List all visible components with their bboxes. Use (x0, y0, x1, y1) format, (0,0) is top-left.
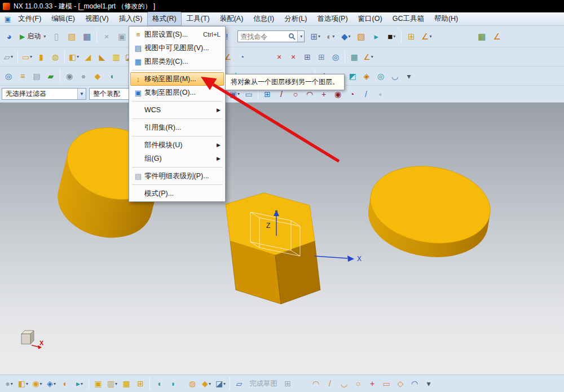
chevron-down-icon[interactable]: ▼ (77, 89, 86, 99)
revolve-icon[interactable]: ◍ (49, 50, 62, 64)
more-tools-icon[interactable]: ▾ (422, 377, 435, 390)
sphere-tool-icon[interactable]: ● (77, 69, 90, 83)
snap-midline-icon[interactable]: / (359, 87, 373, 101)
menu-item-部件模块(U)[interactable]: 部件模块(U)▶ (130, 138, 224, 152)
menu-item-零件明细表级别(P)...[interactable]: ▤零件明细表级别(P)... (130, 169, 224, 183)
open-file-icon[interactable]: ▨ (64, 29, 79, 44)
menu-窗口(O)[interactable]: 窗口(O) (353, 12, 387, 26)
copy-icon[interactable]: ▣ (114, 29, 129, 44)
wave-geometry-icon[interactable]: ▸▾ (73, 377, 86, 390)
cylinder-right-solid[interactable] (363, 158, 496, 266)
sequence-icon[interactable]: ◍ (186, 377, 199, 390)
hex-prism-solid[interactable] (226, 193, 320, 304)
datum-grid-icon[interactable]: ▦ (347, 50, 361, 64)
remember-constraints-icon[interactable]: ◐ (59, 377, 72, 390)
snap-midpoint-icon[interactable]: ◦ (373, 87, 387, 101)
delete-icon[interactable]: × (272, 50, 286, 64)
suppress-component-icon[interactable]: ▦ (120, 377, 133, 390)
menu-item-组(G)[interactable]: 组(G)▶ (130, 152, 224, 165)
render-style-icon[interactable]: ◐▾ (323, 29, 338, 44)
menu-文件(F)[interactable]: 文件(F) (13, 12, 46, 26)
point-tool-icon[interactable]: + (365, 377, 379, 390)
intersect-curve-icon[interactable]: ◈ (360, 69, 373, 83)
snap-quadrant-icon[interactable]: ◔ (345, 87, 359, 101)
add-component-icon[interactable]: ◉▾ (30, 377, 44, 390)
true-shading-icon[interactable]: ▧ (354, 29, 368, 44)
menu-工具(T)[interactable]: 工具(T) (182, 12, 215, 26)
snap-ball-icon[interactable]: ●▾ (2, 377, 16, 390)
shell-icon[interactable]: ▥ (109, 50, 123, 64)
sketch-grid-icon[interactable]: ⊞ (281, 377, 294, 390)
snapshot-icon[interactable]: ◎ (329, 50, 342, 64)
sheets-icon[interactable]: ▤ (30, 69, 43, 83)
assembly-constraints-icon[interactable]: ◈▾ (45, 377, 58, 390)
graphics-viewport[interactable]: Z X X (0, 103, 564, 375)
analysis-icon[interactable]: ◔ (235, 50, 249, 64)
arc-tool-icon[interactable]: ◡ (337, 377, 351, 390)
profile-icon[interactable]: ◠ (309, 377, 323, 390)
pencil-icon[interactable]: ▰ (44, 69, 58, 83)
search-icon[interactable] (289, 33, 294, 38)
studio-spline-icon[interactable]: ◠ (408, 377, 421, 390)
role-icon[interactable]: ◕ (2, 29, 16, 44)
menu-信息(I)[interactable]: 信息(I) (248, 12, 279, 26)
window-icon[interactable]: ⊞ (301, 50, 314, 64)
move-object-icon[interactable]: ⊞ (404, 29, 418, 44)
delete-alt-icon[interactable]: × (287, 50, 300, 64)
exploded-views-icon[interactable]: ⊞ (134, 377, 147, 390)
menu-格式(R)[interactable]: 格式(R) (147, 12, 181, 26)
selection-filter-combo[interactable]: 无选择过滤器 ▼ (2, 88, 86, 100)
finish-sketch-icon[interactable]: ▱ (232, 377, 246, 390)
menu-视图(V)[interactable]: 视图(V) (80, 12, 114, 26)
wave-link-icon[interactable]: ◗ (166, 377, 180, 390)
datum-plane-icon[interactable]: ▭▾ (20, 50, 34, 64)
component-icon[interactable]: ◆ (91, 69, 104, 83)
edge-blend-icon[interactable]: ◢ (81, 50, 95, 64)
extrude-icon[interactable]: ▮ (34, 50, 48, 64)
menu-item-移动至图层(M)...[interactable]: ↕移动至图层(M)... (130, 72, 224, 86)
assembly-cut-icon[interactable]: ◪▾ (214, 377, 227, 390)
menu-分析(L)[interactable]: 分析(L) (279, 12, 312, 26)
measure-distance-icon[interactable]: ∠▾ (419, 29, 434, 44)
project-curve-icon[interactable]: ◩ (346, 69, 359, 83)
arrangements-icon[interactable]: ◆▾ (200, 377, 213, 390)
search-dropdown-button[interactable]: ▾ (297, 31, 304, 42)
layers-icon[interactable]: ≡ (16, 69, 29, 83)
background-swatch-icon[interactable]: ■▾ (384, 29, 399, 44)
grid-icon[interactable]: ⊞ (315, 50, 328, 64)
wcs-dynamics-icon[interactable]: ∠ (490, 29, 504, 44)
axis-orient-icon[interactable]: ∠▾ (362, 50, 375, 64)
search-input[interactable] (238, 33, 288, 41)
menu-GC工具箱[interactable]: GC工具箱 (387, 12, 429, 26)
menu-帮助(H)[interactable]: 帮助(H) (429, 12, 463, 26)
polygon-tool-icon[interactable]: ◇ (394, 377, 407, 390)
save-icon[interactable]: ▦ (80, 29, 94, 44)
menu-item-图层设置(S)...[interactable]: ≡图层设置(S)...Ctrl+L (130, 28, 224, 41)
new-file-icon[interactable]: ▯ (49, 29, 64, 44)
menu-编辑(E)[interactable]: 编辑(E) (46, 12, 80, 26)
bridge-curve-icon[interactable]: ◡ (388, 69, 402, 83)
wave-icon[interactable]: ◖ (105, 69, 118, 83)
window-menu-icon[interactable]: ▣ (5, 15, 11, 23)
menu-item-视图中可见图层(V)...[interactable]: ▤视图中可见图层(V)... (130, 41, 224, 55)
more-curves-icon[interactable]: ▾ (402, 69, 416, 83)
refresh-icon[interactable]: ◎ (2, 69, 15, 83)
window-layout-icon[interactable]: ⊞▾ (308, 29, 323, 44)
mirror-assembly-icon[interactable]: ▥▾ (105, 377, 119, 390)
start-button[interactable]: ▶ 启动 ▾ (16, 30, 49, 42)
direct-sketch-icon[interactable]: ▱▾ (2, 50, 15, 64)
cut-icon[interactable]: × (99, 29, 114, 44)
show-hide-icon[interactable]: ▸ (369, 29, 384, 44)
menu-item-图层类别(C)...[interactable]: ▦图层类别(C)... (130, 55, 224, 68)
offset-curve-icon[interactable]: ◎ (374, 69, 387, 83)
part-navigator-icon[interactable]: ▦ (474, 29, 489, 44)
move-component-icon[interactable]: ◧▾ (16, 377, 30, 390)
finish-sketch-label[interactable]: 完成草图 (249, 379, 277, 389)
menu-item-WCS[interactable]: WCS▶ (130, 103, 224, 117)
chamfer-icon[interactable]: ◣ (95, 50, 109, 64)
menu-插入(S)[interactable]: 插入(S) (114, 12, 148, 26)
menu-item-模式(P)...[interactable]: 模式(P)... (130, 187, 224, 200)
line-tool-icon[interactable]: / (323, 377, 337, 390)
pattern-component-icon[interactable]: ▣ (91, 377, 105, 390)
unite-icon[interactable]: ◧▾ (67, 50, 81, 64)
